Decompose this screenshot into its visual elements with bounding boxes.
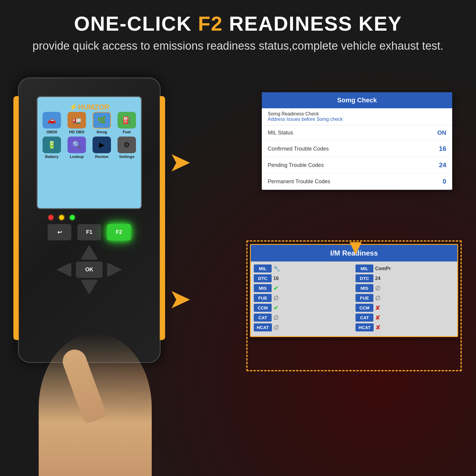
arrow-right-2: ➤ — [170, 286, 190, 313]
obdii-label: OBDII — [46, 130, 57, 134]
im-border — [246, 240, 462, 371]
mil-status-row: MIL Status ON — [262, 125, 452, 141]
up-btn-wrapper: OK — [76, 245, 103, 295]
smog-header-text: Somg Check — [337, 96, 377, 104]
title-part1: ONE-CLICK — [74, 12, 198, 35]
fuel-icon: ⛽ — [118, 112, 136, 129]
battery-label: Battery — [45, 154, 59, 159]
permanent-label: Permanent Trouble Codes — [268, 178, 330, 185]
right-button[interactable] — [107, 262, 122, 277]
f1-button[interactable]: F1 — [77, 224, 101, 240]
ok-button[interactable]: OK — [76, 262, 103, 278]
nav-row: OK — [31, 245, 148, 295]
brand-text: ⚡HUMZOR — [69, 103, 109, 111]
smog-label: Smog — [96, 130, 107, 134]
obdii-icon: 🚗 — [43, 112, 61, 129]
settings-label: Settings — [119, 154, 134, 159]
f2-button[interactable]: F2 — [107, 224, 131, 240]
app-fuel[interactable]: ⛽ Fuel — [115, 112, 138, 134]
led-green — [70, 215, 75, 220]
smog-icon: 🌿 — [93, 112, 111, 129]
confirmed-value: 16 — [439, 145, 446, 153]
up-button[interactable] — [80, 245, 98, 260]
review-label: Review — [95, 154, 109, 159]
permanent-codes-row: Permanent Trouble Codes 0 — [262, 173, 452, 190]
pending-label: Pending Trouble Codes — [268, 162, 324, 168]
arrow-down: ▼ — [345, 235, 366, 259]
led-yellow — [59, 215, 64, 220]
confirmed-label: Confirmed Trouble Codes — [268, 146, 329, 152]
app-hdobd[interactable]: 🚛 HD OBD — [65, 112, 88, 134]
device-screen: ⚡HUMZOR 🚗 OBDII 🚛 HD OBD 🌿 Smog ⛽ — [37, 96, 142, 209]
top-btn-row: ↩ F1 F2 — [31, 224, 148, 240]
review-icon: ▶ — [93, 137, 111, 153]
permanent-value: 0 — [443, 178, 446, 185]
app-obdii[interactable]: 🚗 OBDII — [40, 112, 63, 134]
app-smog[interactable]: 🌿 Smog — [90, 112, 113, 134]
hdobd-icon: 🚛 — [68, 112, 86, 129]
mil-label: MIL Status — [268, 130, 293, 136]
pending-codes-row: Pending Trouble Codes 24 — [262, 157, 452, 173]
app-grid: 🚗 OBDII 🚛 HD OBD 🌿 Smog ⛽ Fuel 🔋 B — [40, 112, 138, 159]
hand-overlay — [24, 303, 173, 476]
device-logo: ⚡HUMZOR — [37, 103, 141, 111]
lookup-label: Lookup — [70, 154, 84, 159]
app-battery[interactable]: 🔋 Battery — [40, 137, 63, 159]
left-button[interactable] — [57, 262, 71, 277]
header: ONE-CLICK F2 READINESS KEY provide quick… — [0, 12, 476, 54]
down-button[interactable] — [80, 280, 98, 295]
app-review[interactable]: ▶ Review — [90, 137, 113, 159]
led-red — [48, 215, 53, 220]
subheader-line2: Address Issues before Somg check — [268, 117, 446, 122]
mil-value: ON — [437, 129, 446, 136]
smog-check-panel: Somg Check Somg Readiness Check Address … — [262, 92, 452, 190]
lookup-icon: 🔍 — [68, 137, 86, 153]
smog-panel-header: Somg Check — [262, 92, 452, 108]
pending-value: 24 — [439, 161, 446, 169]
app-settings[interactable]: ⚙ Settings — [115, 137, 138, 159]
smog-panel-subheader: Somg Readiness Check Address Issues befo… — [262, 108, 452, 125]
back-button[interactable]: ↩ — [48, 224, 71, 240]
battery-icon: 🔋 — [43, 137, 61, 153]
arrow-right-1: ➤ — [170, 149, 190, 176]
led-row — [48, 215, 75, 220]
app-lookup[interactable]: 🔍 Lookup — [65, 137, 88, 159]
fuel-label: Fuel — [123, 130, 131, 134]
hdobd-label: HD OBD — [69, 130, 84, 134]
page-title: ONE-CLICK F2 READINESS KEY — [0, 12, 476, 35]
buttons-area: ↩ F1 F2 OK — [31, 224, 148, 295]
settings-icon: ⚙ — [118, 137, 136, 153]
title-part2: READINESS KEY — [223, 12, 402, 35]
title-highlight: F2 — [198, 12, 223, 35]
header-subtitle: provide quick access to emissions readin… — [0, 38, 476, 54]
confirmed-codes-row: Confirmed Trouble Codes 16 — [262, 141, 452, 157]
subheader-line1: Somg Readiness Check — [268, 111, 446, 117]
